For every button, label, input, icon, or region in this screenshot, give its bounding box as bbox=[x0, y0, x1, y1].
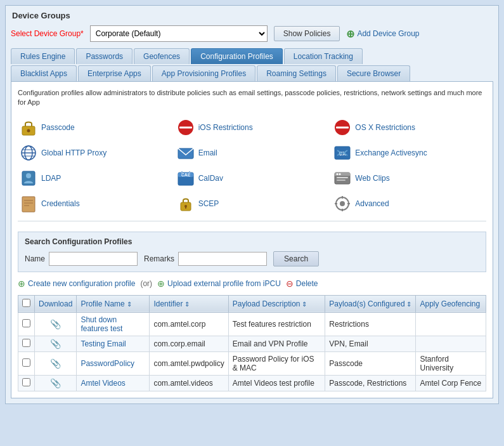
web-clips-icon bbox=[333, 169, 351, 187]
search-row: Name Remarks Search bbox=[25, 251, 479, 266]
ios-restrictions-label: iOS Restrictions bbox=[198, 123, 253, 132]
email-icon bbox=[177, 144, 195, 162]
passcode-label: Passcode bbox=[41, 123, 75, 132]
name-label: Name bbox=[25, 254, 45, 263]
icon-item-ldap[interactable]: LDAP bbox=[18, 167, 172, 189]
device-group-select[interactable]: Corporate (Default) bbox=[90, 25, 268, 42]
tab-configuration-profiles[interactable]: Configuration Profiles bbox=[191, 48, 283, 64]
row-download-cell-1[interactable]: 📎 bbox=[35, 336, 77, 351]
tab-passwords[interactable]: Passwords bbox=[76, 48, 132, 64]
advanced-label: Advanced bbox=[355, 199, 389, 208]
svg-point-1 bbox=[27, 129, 30, 132]
delete-icon: ⊖ bbox=[286, 279, 294, 289]
select-all-checkbox[interactable] bbox=[22, 299, 30, 307]
icon-item-email[interactable]: Email bbox=[175, 142, 330, 164]
row-checkbox-cell bbox=[18, 375, 35, 391]
icon-item-advanced[interactable]: Advanced bbox=[332, 193, 486, 214]
row-checkbox-1[interactable] bbox=[22, 339, 30, 347]
remarks-search-input[interactable] bbox=[178, 252, 267, 266]
row-profile-name-0[interactable]: Shut down features test bbox=[77, 312, 150, 336]
name-search-input[interactable] bbox=[49, 252, 138, 266]
add-device-group-link[interactable]: ⊕ Add Device Group bbox=[346, 28, 419, 40]
ldap-label: LDAP bbox=[41, 174, 61, 183]
show-policies-button[interactable]: Show Policies bbox=[274, 26, 340, 41]
search-button[interactable]: Search bbox=[273, 251, 319, 266]
row-download-cell-0[interactable]: 📎 bbox=[35, 312, 77, 336]
row-identifier-3: com.amtel.videos bbox=[150, 375, 228, 391]
row-profile-name-3[interactable]: Amtel Videos bbox=[77, 375, 150, 391]
outer-container: Device Groups Select Device Group* Corpo… bbox=[5, 5, 499, 404]
advanced-icon bbox=[333, 195, 351, 213]
th-payload-description[interactable]: Payload Description bbox=[228, 295, 325, 312]
icon-item-credentials[interactable]: Credentials bbox=[18, 193, 172, 214]
row-checkbox-cell bbox=[18, 312, 35, 336]
icon-item-exchange-activesync[interactable]: ex Exchange Activesync bbox=[332, 142, 486, 164]
icon-item-os-x-restrictions[interactable]: OS X Restrictions bbox=[332, 117, 486, 138]
section-title: Device Groups bbox=[11, 11, 493, 20]
web-clips-label: Web Clips bbox=[355, 174, 389, 183]
th-download: Download bbox=[35, 295, 77, 312]
th-profile-name[interactable]: Profile Name bbox=[77, 295, 150, 312]
delete-link[interactable]: ⊖ Delete bbox=[286, 279, 318, 289]
svg-point-35 bbox=[340, 201, 345, 206]
tab-enterprise-apps[interactable]: Enterprise Apps bbox=[78, 65, 151, 81]
row-payloads-configured-0: Restrictions bbox=[325, 312, 416, 336]
tabs-row-2: Blacklist Apps Enterprise Apps App Provi… bbox=[11, 65, 493, 81]
tabs-row-1: Rules Engine Passwords Geofences Configu… bbox=[11, 48, 493, 64]
caldav-label: CalDav bbox=[198, 174, 223, 183]
row-checkbox-2[interactable] bbox=[22, 358, 30, 367]
icon-item-scep[interactable]: SCEP bbox=[175, 193, 330, 214]
device-group-label: Select Device Group* bbox=[11, 29, 84, 38]
name-field-group: Name bbox=[25, 252, 138, 266]
row-identifier-0: com.amtel.corp bbox=[150, 312, 228, 336]
row-apply-geofencing-2: Stanford University bbox=[416, 351, 486, 375]
scep-icon bbox=[177, 195, 195, 213]
tab-location-tracking[interactable]: Location Tracking bbox=[284, 48, 363, 64]
tab-app-provisioning-profiles[interactable]: App Provisioning Profiles bbox=[152, 65, 255, 81]
data-table: Download Profile Name Identifier Payload… bbox=[18, 295, 486, 391]
icon-item-ios-restrictions[interactable]: iOS Restrictions bbox=[175, 117, 330, 138]
icon-item-caldav[interactable]: CAL CalDav bbox=[175, 167, 330, 189]
tab-geofences[interactable]: Geofences bbox=[134, 48, 190, 64]
row-payload-description-3: Amtel Videos test profile bbox=[228, 375, 325, 391]
tab-roaming-settings[interactable]: Roaming Settings bbox=[257, 65, 336, 81]
create-new-profile-link[interactable]: ⊕ Create new configuration profile bbox=[18, 279, 135, 289]
row-profile-name-1[interactable]: Testing Email bbox=[77, 336, 150, 351]
row-payload-description-1: Email and VPN Profile bbox=[228, 336, 325, 351]
row-download-cell-2[interactable]: 📎 bbox=[35, 351, 77, 375]
row-checkbox-3[interactable] bbox=[22, 378, 30, 386]
icon-item-web-clips[interactable]: Web Clips bbox=[332, 167, 486, 189]
tab-rules-engine[interactable]: Rules Engine bbox=[11, 48, 75, 64]
scep-label: SCEP bbox=[198, 199, 219, 208]
os-x-restrictions-label: OS X Restrictions bbox=[355, 123, 415, 132]
row-payload-description-0: Test features restriction bbox=[228, 312, 325, 336]
th-payloads-configured[interactable]: Payload(s) Configured bbox=[325, 295, 416, 312]
tab-blacklist-apps[interactable]: Blacklist Apps bbox=[11, 65, 77, 81]
icon-item-passcode[interactable]: Passcode bbox=[18, 117, 172, 138]
global-http-proxy-label: Global HTTP Proxy bbox=[41, 148, 107, 157]
row-profile-name-2[interactable]: PasswordPolicy bbox=[77, 351, 150, 375]
table-row: 📎 Shut down features test com.amtel.corp… bbox=[18, 312, 486, 336]
icon-item-global-http-proxy[interactable]: Global HTTP Proxy bbox=[18, 142, 172, 164]
table-row: 📎 Testing Email com.corp.email Email and… bbox=[18, 336, 486, 351]
row-identifier-1: com.corp.email bbox=[150, 336, 228, 351]
tab-secure-browser[interactable]: Secure Browser bbox=[337, 65, 410, 81]
svg-rect-25 bbox=[337, 177, 348, 178]
credentials-label: Credentials bbox=[41, 199, 80, 208]
svg-point-24 bbox=[339, 173, 341, 175]
os-x-restrictions-icon bbox=[333, 119, 351, 136]
exchange-activesync-icon: ex bbox=[333, 144, 351, 162]
upload-plus-icon: ⊕ bbox=[157, 279, 165, 289]
ldap-icon bbox=[20, 169, 37, 187]
svg-rect-26 bbox=[337, 180, 346, 181]
row-checkbox-0[interactable] bbox=[22, 319, 30, 327]
svg-rect-3 bbox=[179, 126, 192, 128]
svg-rect-33 bbox=[185, 206, 186, 209]
row-payloads-configured-3: Passcode, Restrictions bbox=[325, 375, 416, 391]
upload-external-profile-link[interactable]: ⊕ Upload external profile from iPCU bbox=[157, 279, 281, 289]
th-identifier[interactable]: Identifier bbox=[150, 295, 228, 312]
svg-point-23 bbox=[337, 173, 339, 175]
row-download-cell-3[interactable]: 📎 bbox=[35, 375, 77, 391]
credentials-icon bbox=[20, 195, 37, 213]
icons-grid: Passcode iOS Restrictions bbox=[18, 117, 486, 221]
